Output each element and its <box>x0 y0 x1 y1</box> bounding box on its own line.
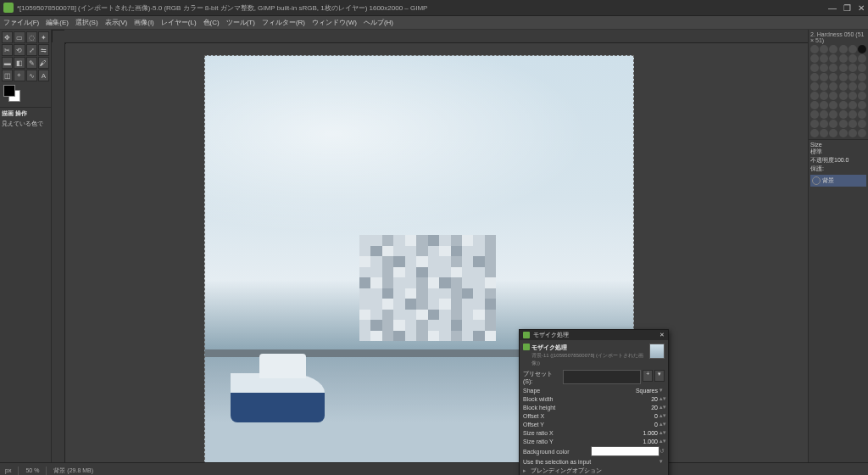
menu-filter[interactable]: フィルター(R) <box>262 18 305 27</box>
layers-size-label: Size <box>810 142 866 148</box>
spinner-icon[interactable]: ▴▾ <box>659 404 665 411</box>
window-titlebar: *[10595078500078] (インポートされた画像)-5.0 (RGB … <box>0 0 868 16</box>
window-buttons: — ❐ ✕ <box>828 3 865 13</box>
window-close[interactable]: ✕ <box>858 3 865 13</box>
tool-bucket[interactable]: ▬ <box>2 57 13 69</box>
gimp-app-icon <box>3 3 14 13</box>
tool-scale[interactable]: ⤢ <box>26 44 37 56</box>
shape-dropdown-icon[interactable]: ▾ <box>659 387 665 394</box>
tool-flip[interactable]: ⇋ <box>38 44 49 56</box>
brushes-header: 2. Hardness 050 (51 × 51) <box>810 31 866 43</box>
menu-tool[interactable]: ツール(T) <box>226 18 255 27</box>
status-unit[interactable]: px <box>5 467 11 473</box>
tool-free-select[interactable]: ◌ <box>26 31 37 43</box>
preset-menu-button[interactable]: ▾ <box>654 370 665 382</box>
dropdown-icon[interactable]: ▾ <box>659 458 665 465</box>
size-ratio-x-label: Size ratio X <box>523 430 627 436</box>
preset-add-button[interactable]: + <box>643 370 653 382</box>
tool-fuzzy-select[interactable]: ✦ <box>38 31 49 43</box>
size-ratio-y-value[interactable]: 1.000 <box>627 439 659 444</box>
shape-value[interactable]: Squares <box>627 388 659 394</box>
tool-smudge[interactable]: ∿ <box>26 70 37 81</box>
layer-mode[interactable]: 標準 <box>810 148 822 154</box>
dialog-thumbnail <box>649 344 665 359</box>
shape-label: Shape <box>523 388 627 394</box>
dialog-titlebar[interactable]: モザイク処理 ✕ <box>520 330 668 340</box>
dialog-subheader: 背景-11 ([10595078500078] (インポートされた画像)) <box>531 352 648 367</box>
menu-select[interactable]: 選択(S) <box>75 18 98 27</box>
status-zoom[interactable]: 50 % <box>25 467 39 473</box>
menu-bar: ファイル(F) 編集(E) 選択(S) 表示(V) 画像(I) レイヤー(L) … <box>0 16 868 30</box>
spinner-icon[interactable]: ▴▾ <box>659 429 665 436</box>
tool-options: 描画 操作 見えている色で <box>0 107 51 130</box>
status-bar: px 50 % 背景 (29.8 MB) <box>0 462 868 475</box>
offset-x-value[interactable]: 0 <box>627 413 659 419</box>
blending-options-label[interactable]: ブレンディングオプション <box>531 467 602 475</box>
tool-text[interactable]: A <box>38 70 49 81</box>
tool-pencil[interactable]: ✎ <box>26 57 37 69</box>
tool-rotate[interactable]: ⟲ <box>14 44 25 56</box>
menu-color[interactable]: 色(C) <box>203 18 220 27</box>
tool-rect-select[interactable]: ▭ <box>14 31 25 43</box>
main-area: ✥▭◌✦ ✂⟲⤢⇋ ▬◧✎🖌 ◫⌖∿A 描画 操作 見えている色で 2. Har… <box>0 30 868 462</box>
menu-edit[interactable]: 編集(E) <box>46 18 69 27</box>
filter-dialog: モザイク処理 ✕ モザイク処理 背景-11 ([10595078500078] … <box>519 329 669 475</box>
gegl-icon <box>523 332 530 338</box>
preset-input[interactable] <box>563 370 641 384</box>
color-reset-icon[interactable]: ↺ <box>659 448 665 455</box>
menu-layer[interactable]: レイヤー(L) <box>161 18 197 27</box>
opacity-value[interactable]: 100.0 <box>834 157 849 163</box>
tool-gradient[interactable]: ◧ <box>14 57 25 69</box>
offset-y-value[interactable]: 0 <box>627 422 659 428</box>
tool-clone[interactable]: ⌖ <box>14 70 25 81</box>
spinner-icon[interactable]: ▴▾ <box>659 412 665 419</box>
preset-label: プリセット(S): <box>523 370 561 384</box>
size-ratio-y-label: Size ratio Y <box>523 439 627 444</box>
dialog-close-icon[interactable]: ✕ <box>659 332 665 338</box>
block-width-label: Block width <box>523 396 627 402</box>
offset-x-label: Offset X <box>523 413 627 419</box>
menu-window[interactable]: ウィンドウ(W) <box>312 18 357 27</box>
menu-view[interactable]: 表示(V) <box>105 18 128 27</box>
tool-crop[interactable]: ✂ <box>2 44 13 56</box>
spinner-icon[interactable]: ▴▾ <box>659 438 665 444</box>
use-selection-label: Use the selection as input <box>523 459 659 465</box>
brush-grid[interactable] <box>810 45 866 137</box>
block-width-value[interactable]: 20 <box>627 396 659 402</box>
dialog-title: モザイク処理 <box>533 331 569 339</box>
status-separator <box>46 467 47 475</box>
tool-brush[interactable]: 🖌 <box>38 57 49 69</box>
bg-color-swatch[interactable] <box>591 446 660 456</box>
window-maximize[interactable]: ❐ <box>843 3 851 13</box>
expand-icon[interactable]: ▸ <box>523 467 526 474</box>
dialog-header-text: モザイク処理 <box>531 344 648 352</box>
menu-image[interactable]: 画像(I) <box>134 18 154 27</box>
block-height-value[interactable]: 20 <box>627 405 659 411</box>
image-mosaic-region <box>359 235 497 341</box>
tool-options-subtext: 見えている色で <box>2 120 49 128</box>
tool-move[interactable]: ✥ <box>2 31 13 43</box>
lock-label: 保護: <box>810 165 866 173</box>
spinner-icon[interactable]: ▴▾ <box>659 395 665 402</box>
fg-color[interactable] <box>3 85 15 97</box>
toolbox: ✥▭◌✦ ✂⟲⤢⇋ ▬◧✎🖌 ◫⌖∿A <box>0 30 51 107</box>
tool-eraser[interactable]: ◫ <box>2 70 13 81</box>
layer-visibility-icon[interactable] <box>812 176 821 185</box>
canvas-area <box>52 30 808 462</box>
offset-y-label: Offset Y <box>523 422 627 428</box>
size-ratio-x-value[interactable]: 1.000 <box>627 430 659 436</box>
opacity-label: 不透明度 <box>810 157 834 163</box>
menu-help[interactable]: ヘルプ(H) <box>364 18 393 27</box>
fg-bg-colors[interactable] <box>3 85 20 102</box>
tool-options-header: 描画 操作 <box>2 109 49 118</box>
layers-panel: Size 標準 不透明度100.0 保護: 背景 <box>809 140 868 462</box>
right-dock: 2. Hardness 050 (51 × 51) Size 標準 不透明度10… <box>808 30 868 462</box>
window-minimize[interactable]: — <box>828 3 837 13</box>
preset-row: プリセット(S): + ▾ <box>523 370 665 384</box>
window-title: *[10595078500078] (インポートされた画像)-5.0 (RGB … <box>17 3 828 13</box>
layer-row[interactable]: 背景 <box>810 175 866 187</box>
menu-file[interactable]: ファイル(F) <box>3 18 39 27</box>
status-separator <box>18 467 19 475</box>
dialog-body: モザイク処理 背景-11 ([10595078500078] (インポートされた… <box>520 340 668 475</box>
spinner-icon[interactable]: ▴▾ <box>659 421 665 428</box>
